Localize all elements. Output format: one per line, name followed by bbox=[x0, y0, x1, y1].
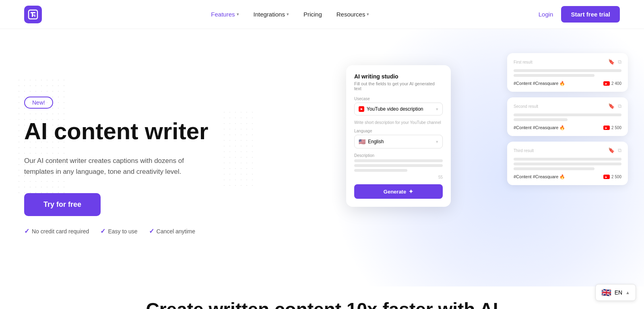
studio-card-title: AI writing studio bbox=[354, 73, 443, 80]
result-3-actions: 🔖 ⧉ bbox=[608, 147, 621, 154]
copy-icon-2[interactable]: ⧉ bbox=[618, 103, 621, 109]
usecase-chevron-icon: ▾ bbox=[436, 107, 438, 112]
trust-item-no-cc: ✓ No credit card required bbox=[24, 227, 89, 235]
check-icon-3: ✓ bbox=[149, 227, 154, 235]
bookmark-icon-1[interactable]: 🔖 bbox=[608, 59, 615, 65]
result-1-content: #Content #Creasquare 🔥 2 400 bbox=[514, 81, 621, 86]
result-3-count: 2 500 bbox=[603, 175, 621, 179]
description-label: Description bbox=[354, 153, 443, 158]
description-field[interactable] bbox=[354, 159, 443, 172]
integrations-chevron-icon: ▾ bbox=[287, 12, 289, 17]
spark-icon: ✦ bbox=[409, 188, 413, 195]
language-chevron-icon: ▾ bbox=[436, 139, 438, 144]
char-count: 55 bbox=[354, 175, 443, 179]
usecase-label: Usecase bbox=[354, 97, 443, 101]
desc-line-2 bbox=[354, 164, 443, 167]
new-badge: New! bbox=[24, 97, 53, 109]
bookmark-icon-3[interactable]: 🔖 bbox=[608, 147, 615, 154]
result-card-3: Third result 🔖 ⧉ #Content #Creasquare 🔥 bbox=[507, 142, 628, 185]
result-1-actions: 🔖 ⧉ bbox=[608, 59, 621, 65]
usecase-select[interactable]: YouTube video description ▾ bbox=[354, 103, 443, 115]
nav-integrations[interactable]: Integrations ▾ bbox=[254, 11, 289, 18]
result-1-label: First result bbox=[514, 60, 533, 64]
try-for-free-button[interactable]: Try for free bbox=[24, 193, 101, 216]
desc-line-1 bbox=[354, 159, 443, 162]
bottom-title: Create written content 10x faster with A… bbox=[24, 299, 620, 309]
nav-pricing[interactable]: Pricing bbox=[303, 11, 322, 18]
result-3-tag: #Content #Creasquare 🔥 bbox=[514, 174, 565, 179]
hero-mockup: AI writing studio Fill out the fields to… bbox=[314, 41, 628, 274]
resources-chevron-icon: ▾ bbox=[367, 12, 369, 17]
hero-description: Our AI content writer creates captions w… bbox=[24, 155, 209, 177]
logo[interactable] bbox=[24, 6, 42, 23]
lang-chevron-icon: ▲ bbox=[625, 290, 630, 295]
language-label: Language bbox=[354, 129, 443, 133]
flag-icon: 🇺🇸 bbox=[359, 138, 365, 145]
nav-features[interactable]: Features ▾ bbox=[211, 11, 239, 18]
features-chevron-icon: ▾ bbox=[237, 12, 239, 17]
result-3-label: Third result bbox=[514, 148, 534, 153]
result-3-content: #Content #Creasquare 🔥 2 500 bbox=[514, 174, 621, 179]
check-icon-2: ✓ bbox=[100, 227, 105, 235]
start-free-trial-button[interactable]: Start free trial bbox=[561, 6, 620, 23]
youtube-icon bbox=[359, 106, 364, 112]
youtube-icon-2 bbox=[603, 126, 610, 130]
usecase-hint: Write short description for your YouTube… bbox=[354, 120, 443, 125]
studio-card-subtitle: Fill out the fields to get your AI gener… bbox=[354, 81, 443, 91]
hero-title: AI content writer bbox=[24, 118, 209, 144]
result-1-header: First result 🔖 ⧉ bbox=[514, 59, 621, 65]
result-2-lines bbox=[514, 113, 621, 121]
bottom-section: Create written content 10x faster with A… bbox=[0, 286, 644, 309]
language-value: English bbox=[368, 139, 384, 144]
youtube-icon-3 bbox=[603, 175, 610, 179]
lang-label: EN bbox=[615, 289, 622, 296]
studio-card: AI writing studio Fill out the fields to… bbox=[346, 65, 451, 207]
trust-badges: ✓ No credit card required ✓ Easy to use … bbox=[24, 227, 209, 235]
nav-links: Features ▾ Integrations ▾ Pricing Resour… bbox=[211, 11, 369, 18]
desc-line-3 bbox=[354, 169, 407, 172]
hero-section: New! AI content writer Our AI content wr… bbox=[0, 29, 644, 286]
lang-flag-icon: 🇬🇧 bbox=[601, 288, 611, 297]
result-3-lines bbox=[514, 158, 621, 170]
result-2-count: 2 500 bbox=[603, 126, 621, 130]
results-area: First result 🔖 ⧉ #Content #Creasquare 🔥 … bbox=[507, 53, 628, 185]
usecase-value: YouTube video description bbox=[367, 106, 423, 112]
copy-icon-3[interactable]: ⧉ bbox=[618, 147, 621, 154]
result-1-lines bbox=[514, 69, 621, 77]
language-switcher[interactable]: 🇬🇧 EN ▲ bbox=[595, 284, 636, 301]
hero-left: New! AI content writer Our AI content wr… bbox=[24, 89, 209, 235]
result-2-content: #Content #Creasquare 🔥 2 500 bbox=[514, 125, 621, 130]
result-2-header: Second result 🔖 ⧉ bbox=[514, 103, 621, 109]
result-card-2: Second result 🔖 ⧉ #Content #Creasquare 🔥… bbox=[507, 97, 628, 136]
navbar: Features ▾ Integrations ▾ Pricing Resour… bbox=[0, 0, 644, 29]
nav-actions: Login Start free trial bbox=[539, 6, 620, 23]
login-link[interactable]: Login bbox=[539, 11, 553, 18]
copy-icon-1[interactable]: ⧉ bbox=[618, 59, 621, 65]
generate-button[interactable]: Generate ✦ bbox=[354, 184, 443, 199]
youtube-icon-1 bbox=[603, 81, 610, 86]
result-2-actions: 🔖 ⧉ bbox=[608, 103, 621, 109]
trust-item-easy: ✓ Easy to use bbox=[100, 227, 137, 235]
check-icon-1: ✓ bbox=[24, 227, 29, 235]
language-select[interactable]: 🇺🇸 English ▾ bbox=[354, 135, 443, 148]
result-3-header: Third result 🔖 ⧉ bbox=[514, 147, 621, 154]
result-2-label: Second result bbox=[514, 104, 538, 109]
result-1-tag: #Content #Creasquare 🔥 bbox=[514, 81, 565, 86]
nav-resources[interactable]: Resources ▾ bbox=[336, 11, 369, 18]
dot-pattern-right bbox=[221, 109, 254, 190]
result-2-tag: #Content #Creasquare 🔥 bbox=[514, 125, 565, 130]
trust-item-cancel: ✓ Cancel anytime bbox=[149, 227, 196, 235]
result-card-1: First result 🔖 ⧉ #Content #Creasquare 🔥 … bbox=[507, 53, 628, 92]
bookmark-icon-2[interactable]: 🔖 bbox=[608, 103, 615, 109]
logo-icon bbox=[24, 6, 42, 23]
result-1-count: 2 400 bbox=[603, 81, 621, 86]
